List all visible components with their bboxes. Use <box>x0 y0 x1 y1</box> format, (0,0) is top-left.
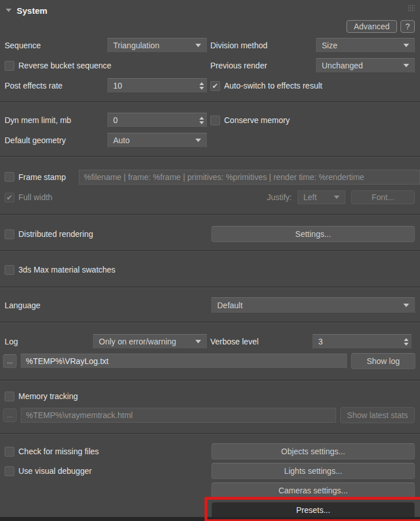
cameras-settings-button[interactable]: Cameras settings... <box>211 482 415 499</box>
post-effects-spinner[interactable]: 10 <box>107 78 207 93</box>
material-swatches-row: 3ds Max material swatches <box>0 262 420 277</box>
verbose-level-value: 3 <box>318 337 323 346</box>
justify-group: Justify: Left Font... <box>267 190 415 204</box>
collapse-arrow-icon[interactable] <box>6 9 11 12</box>
frame-stamp-group: Frame stamp <box>5 172 79 182</box>
spinner-arrows-icon[interactable] <box>199 82 204 90</box>
check-missing-group: Check for missing files <box>5 443 211 459</box>
conserve-memory-checkbox[interactable] <box>210 116 220 125</box>
log-row: Log Only on error/warning Verbose level … <box>0 334 420 349</box>
sequence-dropdown[interactable]: Triangulation <box>107 38 207 53</box>
visual-debugger-label: Use visual debugger <box>18 466 92 476</box>
show-log-button[interactable]: Show log <box>351 353 415 369</box>
drag-grip-icon[interactable] <box>408 5 415 12</box>
show-latest-stats-button: Show latest stats <box>340 407 415 423</box>
justify-label: Justify: <box>267 193 292 202</box>
autoswitch-group: Auto-switch to effects result <box>207 81 415 91</box>
default-geometry-dropdown[interactable]: Auto <box>107 133 207 148</box>
reverse-bucket-group: Reverse bucket sequence <box>5 61 207 71</box>
divider <box>0 156 420 158</box>
chevron-down-icon <box>403 304 409 307</box>
dyn-mem-value: 0 <box>113 116 118 125</box>
sequence-label: Sequence <box>5 41 107 50</box>
post-effects-row: Post effects rate 10 Auto-switch to effe… <box>0 78 420 93</box>
memtrack-browse-button: ... <box>3 408 17 422</box>
help-button[interactable]: ? <box>400 20 415 33</box>
autoswitch-checkbox[interactable] <box>210 81 220 91</box>
dyn-mem-label: Dyn mem limit, mb <box>5 116 107 125</box>
conserve-memory-group: Conserve memory <box>207 116 415 125</box>
distributed-rendering-row: Distributed rendering Settings... <box>0 226 420 242</box>
objects-settings-button[interactable]: Objects settings... <box>211 443 415 459</box>
justify-dropdown: Left <box>298 190 345 204</box>
memory-tracking-group: Memory tracking <box>5 392 78 401</box>
lights-settings-button[interactable]: Lights settings... <box>211 463 415 479</box>
division-method-dropdown[interactable]: Size <box>316 38 415 53</box>
sequence-value: Triangulation <box>113 41 159 50</box>
division-method-value: Size <box>322 41 337 50</box>
dyn-mem-row: Dyn mem limit, mb 0 Conserve memory <box>0 113 420 128</box>
chevron-down-icon <box>334 196 340 199</box>
dr-settings-button[interactable]: Settings... <box>211 226 415 242</box>
log-mode-value: Only on error/warning <box>99 337 176 346</box>
language-row: Language Default <box>0 297 420 313</box>
check-missing-checkbox[interactable] <box>5 447 14 457</box>
log-mode-dropdown[interactable]: Only on error/warning <box>93 334 207 349</box>
frame-stamp-row: Frame stamp <box>0 169 420 185</box>
rollout-header[interactable]: System <box>0 0 420 16</box>
next-rollout-edge <box>0 517 420 521</box>
memtrack-path-row: ... Show latest stats <box>0 407 420 423</box>
reverse-bucket-label: Reverse bucket sequence <box>18 61 111 70</box>
distributed-rendering-checkbox[interactable] <box>5 229 14 239</box>
visual-debugger-checkbox[interactable] <box>5 466 14 476</box>
distributed-rendering-label: Distributed rendering <box>18 229 93 239</box>
log-path-row: ... Show log <box>0 353 420 369</box>
toolbar: Advanced ? <box>0 16 420 33</box>
post-effects-value: 10 <box>113 81 122 90</box>
divider <box>0 214 420 216</box>
language-dropdown[interactable]: Default <box>211 297 415 313</box>
divider <box>0 101 420 103</box>
page-title: System <box>17 6 47 16</box>
log-browse-button[interactable]: ... <box>3 354 17 368</box>
reverse-bucket-row: Reverse bucket sequence Previous render … <box>0 58 420 73</box>
previous-render-dropdown[interactable]: Unchanged <box>316 58 415 73</box>
advanced-button[interactable]: Advanced <box>346 20 397 33</box>
memory-tracking-label: Memory tracking <box>18 392 78 401</box>
autoswitch-label: Auto-switch to effects result <box>224 81 322 90</box>
system-rollout-panel: System Advanced ? Sequence Triangulation… <box>0 0 420 521</box>
divider <box>0 286 420 288</box>
check-missing-label: Check for missing files <box>18 447 99 456</box>
divider <box>0 380 420 381</box>
verbose-level-spinner[interactable]: 3 <box>313 334 411 349</box>
division-method-label: Division method <box>207 41 316 50</box>
full-width-label: Full width <box>18 193 52 202</box>
chevron-down-icon <box>195 44 201 47</box>
reverse-bucket-checkbox[interactable] <box>5 61 14 71</box>
spinner-arrows-icon[interactable] <box>404 338 409 346</box>
frame-stamp-label: Frame stamp <box>18 173 65 182</box>
full-width-checkbox <box>5 193 14 202</box>
previous-render-value: Unchanged <box>322 61 363 70</box>
spinner-arrows-icon[interactable] <box>199 117 204 124</box>
default-geometry-row: Default geometry Auto <box>0 133 420 148</box>
font-button: Font... <box>351 190 415 204</box>
chevron-down-icon <box>403 64 409 67</box>
sequence-row: Sequence Triangulation Division method S… <box>0 38 420 53</box>
log-path-input[interactable] <box>21 354 347 369</box>
visual-debugger-group: Use visual debugger <box>5 463 211 479</box>
memory-tracking-row: Memory tracking <box>0 389 420 403</box>
dyn-mem-spinner[interactable]: 0 <box>107 113 207 128</box>
distributed-rendering-group: Distributed rendering <box>5 229 211 239</box>
presets-button[interactable]: Presets... <box>211 502 415 518</box>
language-label: Language <box>5 301 211 310</box>
default-geometry-label: Default geometry <box>5 136 107 145</box>
memory-tracking-checkbox[interactable] <box>5 392 14 401</box>
frame-stamp-input <box>79 170 420 185</box>
divider <box>0 433 420 435</box>
chevron-down-icon <box>195 139 201 142</box>
material-swatches-checkbox[interactable] <box>5 265 14 275</box>
previous-render-label: Previous render <box>207 61 316 70</box>
frame-stamp-checkbox[interactable] <box>5 172 14 182</box>
bottom-section: Check for missing files Use visual debug… <box>0 443 420 518</box>
